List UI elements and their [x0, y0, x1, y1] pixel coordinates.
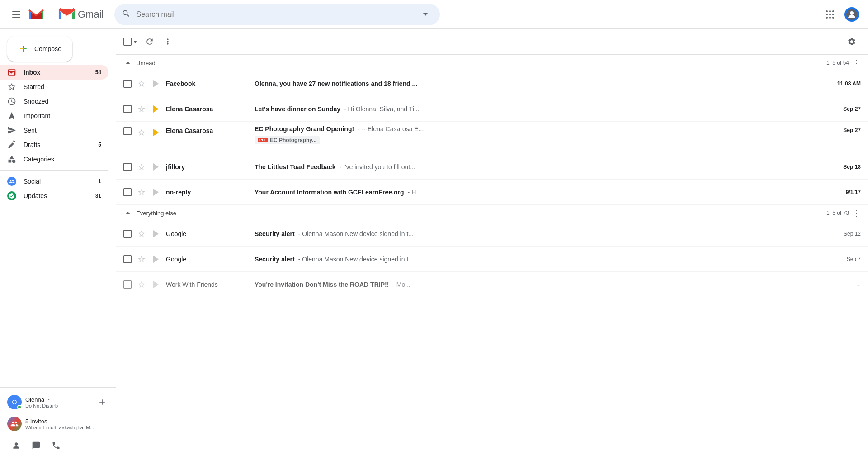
- email-checkbox-5[interactable]: [123, 188, 132, 196]
- more-options-button[interactable]: [159, 33, 177, 51]
- select-all-checkbox[interactable]: [123, 38, 132, 46]
- email-checkbox-2[interactable]: [123, 105, 132, 113]
- invites-row[interactable]: 5 Invites William Lintott, aakash jha, M…: [4, 413, 112, 435]
- select-all-wrap: [123, 38, 137, 46]
- sidebar-item-snoozed[interactable]: Snoozed: [0, 94, 108, 109]
- phone-button[interactable]: [47, 436, 65, 455]
- search-options-button[interactable]: [418, 7, 433, 22]
- important-icon: [7, 111, 16, 120]
- star-button-7[interactable]: [135, 253, 148, 266]
- email-checkbox-8[interactable]: [123, 280, 132, 289]
- email-row[interactable]: no-reply Your Account Information with G…: [116, 180, 868, 205]
- compose-plus-icon: [18, 43, 29, 54]
- unread-section-header[interactable]: Unread 1–5 of 54 ⋮: [116, 55, 868, 71]
- chat-button[interactable]: [27, 436, 45, 455]
- star-button-5[interactable]: [135, 186, 148, 199]
- star-button-4[interactable]: [135, 161, 148, 173]
- account-button[interactable]: [843, 5, 861, 24]
- marker-arrow-icon: [153, 230, 159, 237]
- email-checkbox-6[interactable]: [123, 230, 132, 238]
- sidebar-item-categories[interactable]: Categories: [0, 152, 108, 166]
- sidebar-item-drafts[interactable]: Drafts 5: [0, 138, 108, 152]
- refresh-button[interactable]: [141, 33, 159, 51]
- star-button-8[interactable]: [135, 278, 148, 291]
- sidebar-item-important[interactable]: Important: [0, 109, 108, 123]
- star-button-1[interactable]: [135, 77, 148, 90]
- email-preview-7: - Olenna Mason New device signed in t...: [298, 256, 414, 263]
- refresh-icon: [145, 37, 154, 46]
- invites-info: 5 Invites William Lintott, aakash jha, M…: [25, 418, 108, 430]
- important-marker-5[interactable]: [150, 186, 162, 199]
- everything-else-more-button[interactable]: ⋮: [853, 209, 861, 217]
- compose-button[interactable]: Compose: [7, 36, 72, 62]
- email-checkbox-3[interactable]: [123, 127, 132, 135]
- important-marker-4[interactable]: [150, 161, 162, 173]
- sidebar-item-starred[interactable]: Starred: [0, 80, 108, 94]
- email-row[interactable]: Elena Casarosa EC Photography Grand Open…: [116, 122, 868, 154]
- gmail-logo-area[interactable]: [27, 5, 47, 24]
- svg-marker-10: [9, 112, 14, 119]
- user-row[interactable]: O Olenna Do Not Disturb: [4, 391, 112, 413]
- important-marker-3[interactable]: [150, 126, 162, 139]
- gmail-m-icon: [58, 8, 76, 21]
- important-marker-6[interactable]: [150, 228, 162, 240]
- sidebar-item-inbox[interactable]: Inbox 54: [0, 65, 108, 80]
- sidebar-item-social[interactable]: Social 1: [0, 174, 108, 189]
- phone-icon: [52, 441, 61, 450]
- email-row[interactable]: Google Security alert - Olenna Mason New…: [116, 221, 868, 247]
- apps-button[interactable]: [821, 5, 839, 24]
- important-marker-7[interactable]: [150, 253, 162, 266]
- bottom-icons: [4, 435, 112, 456]
- menu-button[interactable]: [7, 5, 25, 24]
- inbox-icon: [7, 68, 16, 77]
- email-row[interactable]: Google Security alert - Olenna Mason New…: [116, 247, 868, 272]
- everything-else-section-header[interactable]: Everything else 1–5 of 73 ⋮: [116, 205, 868, 221]
- star-icon: [137, 280, 146, 289]
- star-icon: [137, 105, 146, 113]
- email-checkbox-1[interactable]: [123, 80, 132, 88]
- email-row[interactable]: Elena Casarosa Let's have dinner on Sund…: [116, 96, 868, 122]
- sidebar-bottom: O Olenna Do Not Disturb: [0, 387, 116, 460]
- add-account-button[interactable]: [96, 396, 108, 408]
- sidebar-item-updates[interactable]: Updates 31: [0, 189, 108, 203]
- email-row[interactable]: jfillory The Littlest Toad Feedback - I'…: [116, 154, 868, 180]
- gmail-branding[interactable]: Gmail: [58, 8, 104, 21]
- user-avatar: O: [7, 395, 22, 409]
- everything-else-collapse-icon: [123, 209, 132, 218]
- important-marker-1[interactable]: [150, 77, 162, 90]
- search-icon: [122, 9, 131, 19]
- email-content-7: Security alert - Olenna Mason New device…: [255, 256, 840, 263]
- attachment-chip-3[interactable]: PDF EC Photography...: [255, 136, 320, 144]
- email-date-2: Sep 27: [843, 106, 861, 112]
- svg-rect-12: [9, 160, 12, 163]
- star-button-3[interactable]: [135, 126, 148, 139]
- more-icon: [163, 37, 172, 46]
- sender-8: Work With Friends: [166, 281, 247, 288]
- important-marker-2[interactable]: [150, 103, 162, 115]
- settings-button[interactable]: [843, 33, 861, 51]
- attachment-label-3: EC Photography...: [270, 137, 316, 143]
- email-checkbox-4[interactable]: [123, 163, 132, 171]
- star-button-6[interactable]: [135, 228, 148, 240]
- email-subject-1: Olenna, you have 27 new notifications an…: [255, 80, 417, 87]
- star-icon: [137, 80, 146, 88]
- sidebar-item-sent[interactable]: Sent: [0, 123, 108, 138]
- settings-icon: [847, 37, 856, 46]
- search-input[interactable]: [136, 10, 418, 19]
- email-subject-7: Security alert: [255, 256, 295, 263]
- star-button-2[interactable]: [135, 103, 148, 115]
- starred-icon: [7, 82, 16, 91]
- user-name: Olenna: [25, 396, 92, 403]
- search-bar[interactable]: [114, 4, 440, 25]
- sent-label: Sent: [24, 127, 101, 134]
- unread-more-button[interactable]: ⋮: [853, 59, 861, 67]
- email-content-4: The Littlest Toad Feedback - I've invite…: [255, 163, 836, 171]
- email-row[interactable]: Work With Friends You're Invitation Don'…: [116, 272, 868, 297]
- email-checkbox-7[interactable]: [123, 255, 132, 263]
- inbox-label: Inbox: [24, 69, 85, 76]
- hamburger-icon: [12, 11, 20, 18]
- email-row[interactable]: Facebook Olenna, you have 27 new notific…: [116, 71, 868, 96]
- select-dropdown-icon[interactable]: [133, 41, 137, 43]
- important-marker-8[interactable]: [150, 278, 162, 291]
- contacts-button[interactable]: [7, 436, 25, 455]
